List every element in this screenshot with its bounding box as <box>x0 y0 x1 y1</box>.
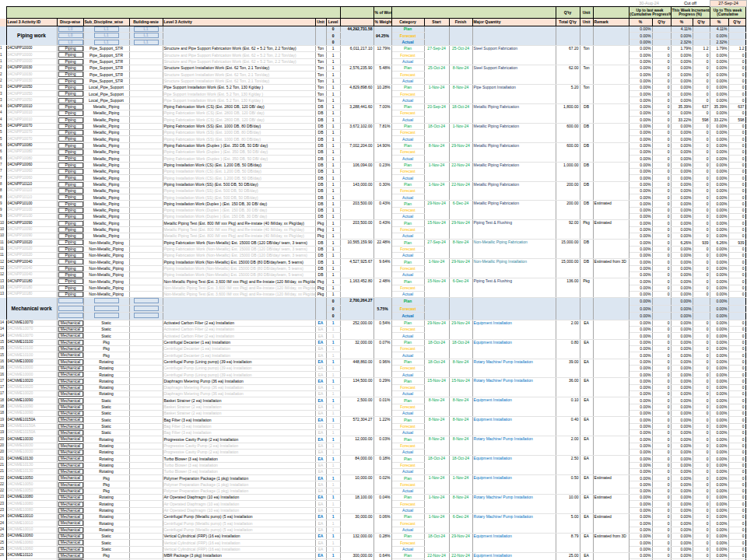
cell-level[interactable]: 1 <box>326 181 340 187</box>
cell-discipline[interactable]: Mechanical <box>57 404 83 410</box>
cell-cum-pct[interactable]: 0.00% <box>710 488 728 494</box>
cell-activity-id[interactable]: 04CNPP10090 <box>6 220 57 226</box>
cell-sub-discipline[interactable] <box>83 313 129 320</box>
cell-finish-date[interactable]: 15-Nov-24 <box>449 378 472 397</box>
cell-building[interactable] <box>129 429 163 436</box>
cell-cum-qty[interactable]: 0 <box>728 514 745 520</box>
cell-activity-desc[interactable]: Non-Metallic Piping Test (Est. 3,600 IM/… <box>163 278 315 285</box>
cell-value[interactable]: 3,288,441.60 <box>340 103 374 123</box>
cell-row-number[interactable]: 2 <box>0 65 6 71</box>
cell-value[interactable]: 106,094.00 <box>340 162 374 181</box>
cell-week-qty[interactable]: 0 <box>693 443 710 449</box>
cell-unit[interactable]: EA <box>315 507 326 513</box>
cell-last-week-pct[interactable]: 0.00% <box>629 298 652 306</box>
cell-row-number[interactable]: 5 <box>0 130 6 136</box>
cell-building[interactable] <box>129 52 163 58</box>
cell-weight[interactable]: 0.96% <box>374 359 391 378</box>
cell-row-number[interactable]: 8 <box>0 181 6 187</box>
cell-last-week-qty[interactable]: 0 <box>652 103 671 110</box>
cell-week-pct[interactable]: 0.00% <box>671 110 693 117</box>
col-last-pct[interactable]: % <box>629 19 652 26</box>
cell-level[interactable]: 1 <box>326 397 340 404</box>
cell-category[interactable]: Actual <box>391 233 424 240</box>
cell-cum-pct[interactable]: 0.00% <box>710 397 728 404</box>
cell-week-pct[interactable]: 4.11% <box>671 26 693 33</box>
cell-week-pct[interactable]: 0.00% <box>671 345 693 352</box>
cell-unit[interactable]: DB <box>315 136 326 142</box>
cell-cum-qty[interactable]: 0 <box>728 552 745 558</box>
cell-building[interactable] <box>129 233 163 240</box>
cell-cum-qty[interactable] <box>728 39 745 45</box>
cell-cum-pct[interactable]: 0.00% <box>710 175 728 181</box>
cell-sub-discipline[interactable]: Rotating <box>83 468 129 474</box>
cell-week-qty[interactable]: 598 <box>693 117 710 123</box>
cell-cum-pct[interactable]: 0.00% <box>710 149 728 155</box>
cell-remark[interactable]: Estimated from 3D <box>593 259 629 278</box>
cell-activity-desc[interactable]: Centrifugal Pump (Metallic pump) (5 ea) … <box>163 520 315 527</box>
cell-category[interactable]: Actual <box>391 488 424 494</box>
cell-activity-desc[interactable]: Piping Installation Work (SS) (Est. 500 … <box>163 181 315 187</box>
cell-level[interactable]: 1 <box>326 91 340 97</box>
cell-last-week-pct[interactable]: 0.00% <box>629 527 652 533</box>
cell-cum-qty[interactable]: 0 <box>728 156 745 162</box>
cell-sub-discipline[interactable]: Rotating <box>83 501 129 507</box>
cell-level[interactable]: 1 <box>326 468 340 474</box>
cell-last-week-qty[interactable]: 0 <box>652 78 671 84</box>
cell-unit[interactable]: EA <box>315 501 326 507</box>
cell-activity-id[interactable]: 04CNPP10110 <box>6 194 57 201</box>
cell-sub-discipline[interactable]: Pipe_Support_STR <box>83 52 129 58</box>
header-up-to-last-week[interactable]: Up to last week(Cumulative Progress%) <box>629 7 671 19</box>
cell-week-qty[interactable]: 0 <box>693 156 710 162</box>
header-spacer[interactable] <box>593 7 629 19</box>
cell-building[interactable] <box>129 271 163 278</box>
cell-unit[interactable]: DB <box>315 181 326 187</box>
cell-level[interactable]: 1 <box>326 78 340 84</box>
cell-activity-desc[interactable]: Centrifugal Pump (Lining pump) (39 ea) I… <box>163 365 315 371</box>
cell-cum-pct[interactable]: 0.00% <box>710 423 728 429</box>
col-week-qty[interactable]: Q'ty <box>693 19 710 26</box>
cell-last-week-qty[interactable]: 0 <box>652 285 671 291</box>
cell-discipline[interactable]: Piping <box>57 259 83 265</box>
cell-building[interactable] <box>129 91 163 97</box>
cell-finish-date[interactable]: 18-Oct-24 <box>449 339 472 359</box>
cell-row-number[interactable]: 1 <box>0 45 6 51</box>
cell-week-pct[interactable]: 0.00% <box>671 527 693 533</box>
cell-cum-pct[interactable]: 0.00% <box>710 291 728 297</box>
cell-building[interactable] <box>129 117 163 123</box>
cell-activity-id[interactable]: 04CNPP10010 <box>6 117 57 123</box>
cell-unit[interactable]: DB <box>315 214 326 220</box>
cell-row-number[interactable]: 7 <box>0 162 6 168</box>
cell-category[interactable]: Forecast <box>391 384 424 390</box>
cell-start-date[interactable]: 25-Oct-24 <box>424 65 449 84</box>
cell-level[interactable]: 1 <box>326 411 340 417</box>
cell-last-week-pct[interactable]: 0.00% <box>629 149 652 155</box>
cell-discipline[interactable]: Mechanical <box>57 411 83 417</box>
cell-activity-id[interactable]: 04CNME10060 <box>6 546 57 552</box>
cell-cum-qty[interactable]: 0 <box>728 326 745 332</box>
cell-category[interactable]: Actual <box>391 291 424 297</box>
cell-weight[interactable]: 0.18% <box>374 456 391 475</box>
cell-activity-id[interactable]: 04CNPP10010 <box>6 110 57 117</box>
cell-weight[interactable]: 9.64% <box>374 259 391 278</box>
cell-week-pct[interactable]: 0.00% <box>671 384 693 390</box>
cell-qty-unit[interactable]: EA <box>580 475 593 495</box>
cell-value[interactable]: 1,163,452.80 <box>340 278 374 298</box>
cell-level[interactable]: 1 <box>326 378 340 384</box>
cell-finish-date[interactable]: 8-Nov-24 <box>449 397 472 417</box>
cell-unit[interactable]: Ton <box>315 52 326 58</box>
cell-category[interactable]: Plan <box>391 495 424 501</box>
cell-total-qty[interactable]: 5.20 <box>556 84 580 103</box>
cell-level[interactable]: 1 <box>326 168 340 174</box>
cell-cum-pct[interactable]: 0.00% <box>710 84 728 90</box>
cell-last-week-qty[interactable]: 0 <box>652 233 671 240</box>
cell-last-week-pct[interactable]: 0.00% <box>629 214 652 220</box>
cell-level[interactable]: 1 <box>326 259 340 265</box>
cell-weight[interactable]: 0.06% <box>374 514 391 534</box>
cell-discipline[interactable]: Piping <box>57 58 83 65</box>
cell-cum-pct[interactable]: 0.00% <box>710 378 728 384</box>
cell-week-pct[interactable]: 0.00% <box>671 33 693 39</box>
cell-cum-pct[interactable]: 0.00% <box>710 123 728 129</box>
cell-last-week-qty[interactable]: 0 <box>652 142 671 149</box>
col-cum-pct[interactable]: % <box>710 19 728 26</box>
cell-activity-id[interactable]: 04CNPP10100 <box>6 201 57 207</box>
